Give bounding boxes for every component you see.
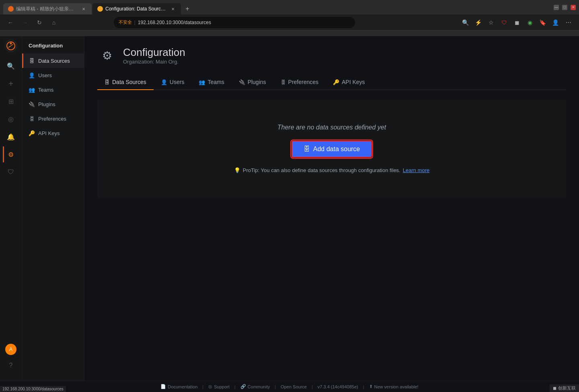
protip-text: 💡 ProTip: You can also define data sourc… <box>234 167 429 173</box>
address-bar[interactable]: 不安全 | 192.168.200.10:3000/datasources <box>114 17 355 28</box>
tabs-bar: 🗄 Data Sources 👤 Users 👥 Teams 🔌 Plugins… <box>97 75 566 90</box>
add-datasource-label: Add data source <box>313 146 360 153</box>
submenu-item-teams[interactable]: 👥 Teams <box>22 82 84 97</box>
footer-docs[interactable]: 📄 Documentation <box>156 384 202 389</box>
users-menu-label: Users <box>38 72 52 78</box>
page-header-text: Configuration Organization: Main Org. <box>123 46 185 65</box>
reload-button[interactable]: ↻ <box>34 17 45 28</box>
star-icon[interactable]: ☆ <box>486 17 497 28</box>
protip-message: ProTip: You can also define data sources… <box>243 167 400 173</box>
tab-users-label: Users <box>170 79 185 85</box>
protip-icon: 💡 <box>234 167 240 173</box>
page-subtitle: Organization: Main Org. <box>123 59 185 65</box>
config-header-icon: ⚙ <box>97 46 117 65</box>
footer-version: v7.3.4 (14c494085e) <box>313 384 363 389</box>
preferences-menu-icon: 🎛 <box>29 116 35 122</box>
footer-support-label: Support <box>214 384 230 389</box>
footer-support-icon: ◎ <box>208 384 212 389</box>
tab-datasources-icon: 🗄 <box>105 79 110 85</box>
tab-preferences[interactable]: 🎛 Preferences <box>273 75 326 90</box>
submenu-item-preferences[interactable]: 🎛 Preferences <box>22 111 84 126</box>
footer-newversion-icon: ⬆ <box>369 384 373 389</box>
browser-toolbar-icons: 🔍 ⚡ ☆ 🛡 ◼ ◉ 🔖 👤 ⋯ <box>460 17 574 28</box>
close-button[interactable]: ✕ <box>571 5 576 10</box>
browser-addressbar: ← → ↻ ⌂ 不安全 | 192.168.200.10:3000/dataso… <box>0 14 579 31</box>
submenu-item-apikeys[interactable]: 🔑 API Keys <box>22 126 84 140</box>
plugins-menu-label: Plugins <box>38 101 55 107</box>
forward-button[interactable]: → <box>19 17 31 28</box>
footer-community[interactable]: 🔗 Community <box>236 384 275 389</box>
footer-brand: ◼ 创新互联 <box>550 384 579 392</box>
sidebar-dashboard-icon[interactable]: ⊞ <box>3 93 19 109</box>
bookmark-icon[interactable]: 🔖 <box>537 17 548 28</box>
browser-chrome: 编辑草稿 - 精致的小狙亲的个人... ✕ Configuration: Dat… <box>0 0 579 36</box>
main-content: ⚙ Configuration Organization: Main Org. … <box>84 36 579 381</box>
sidebar-config-icon[interactable]: ⚙ <box>3 146 19 162</box>
tab-title-2: Configuration: Data Sources - G... <box>105 6 167 12</box>
tab-datasources-label: Data Sources <box>112 79 146 85</box>
browser-tab-1[interactable]: 编辑草稿 - 精致的小狙亲的个人... ✕ <box>3 3 92 14</box>
tab-apikeys[interactable]: 🔑 API Keys <box>326 75 372 90</box>
teams-menu-label: Teams <box>38 87 53 93</box>
extension-icon-1[interactable]: ⚡ <box>473 17 484 28</box>
window-controls: — □ ✕ <box>554 5 576 10</box>
footer-brand-label: 创新互联 <box>558 385 576 391</box>
extension-icon-3[interactable]: ◉ <box>524 17 536 28</box>
footer-docs-icon: 📄 <box>160 384 166 389</box>
submenu-item-users[interactable]: 👤 Users <box>22 68 84 82</box>
footer-docs-label: Documentation <box>168 384 197 389</box>
browser-tab-2[interactable]: Configuration: Data Sources - G... ✕ <box>92 3 181 14</box>
add-datasource-button[interactable]: 🗄 Add data source <box>292 141 372 158</box>
plugins-menu-icon: 🔌 <box>29 101 35 107</box>
tab-plugins-icon: 🔌 <box>239 79 245 85</box>
apikeys-menu-icon: 🔑 <box>29 130 35 136</box>
back-button[interactable]: ← <box>5 17 16 28</box>
sidebar-explore-icon[interactable]: ◎ <box>3 111 19 127</box>
tab-plugins-label: Plugins <box>248 79 266 85</box>
config-menu-title: Configuration <box>22 39 84 53</box>
browser-tabs: 编辑草稿 - 精致的小狙亲的个人... ✕ Configuration: Dat… <box>3 0 193 14</box>
grafana-logo[interactable] <box>4 39 17 52</box>
footer-community-label: Community <box>248 384 270 389</box>
browser-titlebar: 编辑草稿 - 精致的小狙亲的个人... ✕ Configuration: Dat… <box>0 0 579 14</box>
user-avatar[interactable]: A <box>5 344 16 355</box>
profile-icon[interactable]: 👤 <box>550 17 561 28</box>
teams-menu-icon: 👥 <box>29 87 35 93</box>
datasources-menu-label: Data Sources <box>38 58 70 64</box>
search-toolbar-icon[interactable]: 🔍 <box>460 17 471 28</box>
footer-newversion[interactable]: ⬆ New version available! <box>364 384 423 389</box>
app-footer: 📄 Documentation | ◎ Support | 🔗 Communit… <box>0 381 579 392</box>
tab-users[interactable]: 👤 Users <box>154 75 192 90</box>
tab-teams-label: Teams <box>207 79 224 85</box>
address-url: 192.168.200.10:3000/datasources <box>138 20 211 25</box>
config-submenu: Configuration 🗄 Data Sources 👤 Users 👥 T… <box>22 36 84 381</box>
sidebar-add-icon[interactable]: + <box>3 76 19 92</box>
tab-close-2[interactable]: ✕ <box>170 6 176 12</box>
footer-version-label: v7.3.4 (14c494085e) <box>318 384 358 389</box>
tab-datasources[interactable]: 🗄 Data Sources <box>97 75 154 90</box>
submenu-item-plugins[interactable]: 🔌 Plugins <box>22 97 84 111</box>
sidebar-alerting-icon[interactable]: 🔔 <box>3 129 19 145</box>
menu-icon[interactable]: ⋯ <box>563 17 574 28</box>
sidebar: 🔍 + ⊞ ◎ 🔔 ⚙ 🛡 A ? <box>0 36 22 381</box>
maximize-button[interactable]: □ <box>562 5 567 10</box>
tab-preferences-icon: 🎛 <box>281 79 286 85</box>
minimize-button[interactable]: — <box>554 5 559 10</box>
svg-point-2 <box>10 43 12 45</box>
tab-close-1[interactable]: ✕ <box>80 6 87 12</box>
sidebar-search-icon[interactable]: 🔍 <box>3 58 19 74</box>
sidebar-help-icon[interactable]: ? <box>3 357 19 374</box>
footer-opensource[interactable]: Open Source <box>276 384 312 389</box>
home-button[interactable]: ⌂ <box>48 17 60 28</box>
users-menu-icon: 👤 <box>29 72 35 78</box>
submenu-item-datasources[interactable]: 🗄 Data Sources <box>22 53 84 68</box>
tab-plugins[interactable]: 🔌 Plugins <box>232 75 273 90</box>
tab-teams[interactable]: 👥 Teams <box>191 75 231 90</box>
footer-brand-icon: ◼ <box>553 386 556 391</box>
new-tab-button[interactable]: + <box>182 3 193 14</box>
extension-icon-2[interactable]: ◼ <box>511 17 523 28</box>
footer-support[interactable]: ◎ Support <box>203 384 234 389</box>
sidebar-shield-icon[interactable]: 🛡 <box>3 164 19 180</box>
shield-icon[interactable]: 🛡 <box>499 17 510 28</box>
learn-more-link[interactable]: Learn more <box>403 167 429 173</box>
